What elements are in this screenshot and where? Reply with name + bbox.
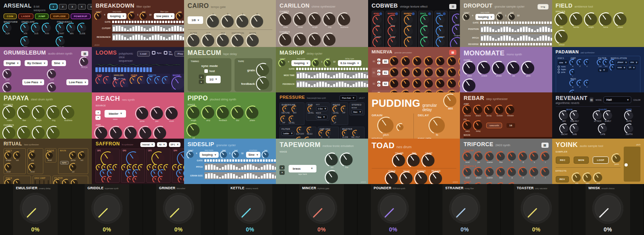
- step-cell[interactable]: [536, 43, 538, 45]
- bar-cell[interactable]: [506, 35, 508, 41]
- bar-cell[interactable]: [526, 35, 528, 41]
- knob-tone[interactable]: [405, 27, 413, 35]
- bar-cell[interactable]: [272, 174, 274, 179]
- step-cell[interactable]: [114, 67, 117, 72]
- bar-cell[interactable]: [261, 167, 263, 170]
- knob-d[interactable]: [578, 60, 582, 65]
- step-cell[interactable]: [95, 67, 98, 72]
- bar-cell[interactable]: [500, 27, 502, 32]
- knob-burrito[interactable]: [570, 14, 582, 25]
- knob-sus[interactable]: [32, 24, 40, 32]
- knob-ring[interactable]: [48, 107, 60, 119]
- step-cell[interactable]: [500, 22, 502, 24]
- knob-volume[interactable]: [464, 106, 471, 114]
- bar-cell[interactable]: [250, 173, 252, 178]
- step-cell[interactable]: [254, 159, 256, 162]
- bar-cell[interactable]: [157, 35, 159, 40]
- step-cell[interactable]: [257, 159, 259, 162]
- knob-s[interactable]: [585, 60, 589, 65]
- step-cell[interactable]: [307, 68, 309, 70]
- bar-cell[interactable]: [484, 35, 486, 41]
- knob-glide[interactable]: [522, 62, 534, 74]
- bar-cell[interactable]: [523, 27, 525, 32]
- bar-cell[interactable]: [247, 173, 249, 178]
- bar-cell[interactable]: [300, 82, 302, 87]
- knob-warp[interactable]: [464, 121, 471, 129]
- step-cell[interactable]: [140, 21, 142, 23]
- knob-a[interactable]: [508, 168, 516, 176]
- knob-sqr[interactable]: [4, 24, 12, 32]
- step-cell[interactable]: [232, 159, 234, 162]
- step-cell[interactable]: [514, 43, 516, 45]
- bar-cell[interactable]: [492, 38, 494, 41]
- step-cell[interactable]: [151, 21, 153, 23]
- knob-delay[interactable]: [48, 127, 60, 139]
- up-arrow-icon[interactable]: ▲: [377, 59, 380, 61]
- bar-cell[interactable]: [333, 84, 335, 87]
- knob-decay[interactable]: [110, 127, 122, 139]
- step-cell[interactable]: [260, 159, 262, 162]
- grain-knob[interactable]: [257, 64, 269, 76]
- ratio-knob[interactable]: [153, 153, 165, 164]
- step-cell[interactable]: [363, 68, 365, 70]
- bar-cell[interactable]: [330, 86, 332, 87]
- seq-mode-dropdown[interactable]: looping: [200, 152, 219, 158]
- bar-cell[interactable]: [364, 74, 366, 78]
- knob-s[interactable]: [530, 153, 538, 161]
- knob-cut[interactable]: [202, 35, 214, 47]
- step-cell[interactable]: [249, 159, 251, 162]
- bar-cell[interactable]: [180, 36, 182, 40]
- bar-cell[interactable]: [138, 35, 140, 40]
- step-cell[interactable]: [263, 159, 265, 162]
- bar-cell[interactable]: [171, 27, 173, 31]
- step-cell[interactable]: [550, 43, 552, 45]
- bar-cell[interactable]: [498, 29, 500, 32]
- preset-dot-icon[interactable]: [395, 12, 398, 15]
- bar-cell[interactable]: [146, 39, 148, 40]
- bar-cell[interactable]: [534, 31, 536, 32]
- knob-x[interactable]: [436, 80, 444, 88]
- knob-x[interactable]: [159, 177, 163, 182]
- envelope-dropdown[interactable]: Sine: [246, 152, 260, 158]
- step-cell[interactable]: [221, 159, 223, 162]
- bar-cell[interactable]: [300, 73, 302, 78]
- bar-cell[interactable]: [157, 26, 159, 31]
- knob-min[interactable]: [68, 24, 76, 32]
- knob-x[interactable]: [108, 170, 114, 176]
- bar-cell[interactable]: [308, 75, 310, 78]
- bar-cell[interactable]: [358, 82, 360, 87]
- bar-cell[interactable]: [314, 84, 316, 87]
- bar-cell[interactable]: [180, 27, 182, 31]
- step-cell[interactable]: [528, 22, 530, 24]
- step-cell[interactable]: [327, 68, 329, 70]
- knob-shape[interactable]: [247, 35, 259, 47]
- knob-dly[interactable]: [72, 180, 78, 184]
- knob-x[interactable]: [148, 77, 154, 83]
- knob-power[interactable]: [615, 14, 627, 25]
- knob-oct[interactable]: [326, 154, 338, 166]
- knob-static[interactable]: [374, 38, 382, 46]
- seq-mode-dropdown[interactable]: looping: [475, 14, 495, 20]
- knob-rate[interactable]: [18, 127, 30, 139]
- step-cell[interactable]: [229, 159, 231, 162]
- step-cell[interactable]: [536, 22, 538, 24]
- step-cell[interactable]: [140, 67, 142, 72]
- knob-early[interactable]: [604, 112, 612, 119]
- step-cell[interactable]: [105, 67, 107, 72]
- knob-x[interactable]: [436, 69, 444, 76]
- knob-rate[interactable]: [294, 34, 306, 46]
- step-cell[interactable]: [366, 68, 368, 70]
- fb-knob[interactable]: [430, 118, 445, 133]
- knob-r[interactable]: [570, 70, 575, 74]
- grid-icon[interactable]: ▦: [81, 51, 88, 56]
- knob-blur[interactable]: [232, 107, 244, 119]
- smooth-button[interactable]: smooth: [486, 123, 502, 128]
- knob-vel-filt[interactable]: [353, 131, 358, 135]
- bar-cell[interactable]: [121, 35, 123, 40]
- step-cell[interactable]: [539, 43, 541, 45]
- bar-cell[interactable]: [537, 29, 539, 32]
- knob-fine[interactable]: [497, 153, 505, 161]
- button-5[interactable]: 5: [87, 4, 92, 10]
- knob-detune[interactable]: [283, 107, 288, 111]
- bar-cell[interactable]: [208, 164, 210, 170]
